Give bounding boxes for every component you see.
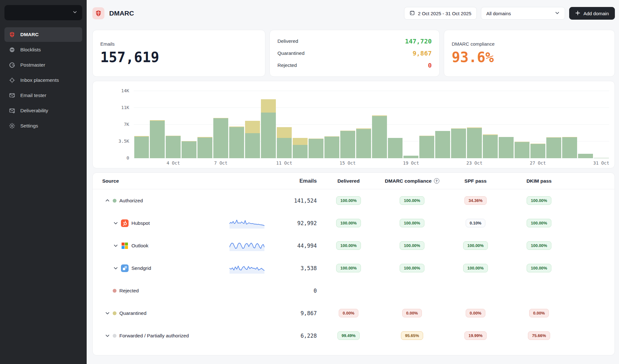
bar-segment-forwarded — [388, 134, 403, 138]
bar-13-oct[interactable] — [308, 91, 324, 158]
sidebar-item-inbox-placements[interactable]: Inbox placements — [4, 73, 82, 88]
bar-segment-delivered — [403, 156, 418, 158]
bar-16-oct[interactable] — [356, 91, 371, 158]
delivery-stat-label: Quarantined — [277, 50, 304, 56]
sidebar-item-deliverability[interactable]: Deliverability — [4, 103, 82, 118]
chevron-up-icon[interactable] — [105, 198, 110, 203]
percentage-badge: 0.00% — [339, 309, 359, 317]
table-row-forwarded-partially-authorized[interactable]: Forwarded / Partially authorized6,22899.… — [93, 324, 615, 347]
bar-30-oct[interactable] — [577, 91, 593, 158]
sidebar-item-settings[interactable]: Settings — [4, 119, 82, 133]
domain-filter-select[interactable]: All domains — [481, 7, 565, 20]
delivery-stat-label: Rejected — [277, 62, 297, 68]
page-title: DMARC — [109, 10, 134, 17]
bar-11-oct[interactable] — [276, 91, 292, 158]
source-name: Rejected — [119, 288, 139, 294]
chart-bars — [134, 91, 609, 158]
bar-9-oct[interactable] — [245, 91, 261, 158]
bar-segment-delivered — [483, 135, 498, 158]
emails-sparkline — [228, 240, 266, 251]
chevron-down-icon[interactable] — [113, 221, 118, 226]
percentage-badge: 0.00% — [402, 309, 422, 317]
chevron-down-icon[interactable] — [105, 333, 110, 338]
chart-x-axis: 4 Oct7 Oct11 Oct15 Oct19 Oct23 Oct27 Oct… — [134, 160, 609, 167]
bar-31-oct[interactable] — [593, 91, 609, 158]
sidebar-item-postmaster[interactable]: Postmaster — [4, 58, 82, 72]
table-row-authorized[interactable]: Authorized141,524100.00%100.00%34.36%100… — [93, 189, 615, 212]
percentage-badge: 19.99% — [464, 331, 487, 340]
bar-5-oct[interactable] — [181, 91, 197, 158]
date-range-button[interactable]: 2 Oct 2025 - 31 Oct 2025 — [404, 7, 477, 20]
table-row-outlook[interactable]: Outlook44,994100.00%100.00%100.00%100.00… — [93, 234, 615, 257]
sidebar-item-label: DMARC — [20, 32, 39, 37]
bar-14-oct[interactable] — [324, 91, 340, 158]
chevron-down-icon[interactable] — [105, 311, 110, 316]
column-dmarc-compliance: DMARC compliance ? — [380, 178, 444, 184]
bar-15-oct[interactable] — [340, 91, 356, 158]
chevron-down-icon — [555, 10, 560, 16]
bar-28-oct[interactable] — [546, 91, 562, 158]
bar-segment-delivered — [356, 129, 371, 158]
help-icon[interactable]: ? — [434, 178, 439, 184]
table-row-sendgrid[interactable]: Sendgrid3,538100.00%100.00%100.00%100.00… — [93, 257, 615, 279]
emails-count: 6,228 — [266, 333, 317, 339]
postmaster-icon — [9, 62, 16, 68]
bar-6-oct[interactable] — [197, 91, 213, 158]
chart-plot-area: 03.5K7K11K14K — [134, 91, 609, 158]
bar-segment-delivered — [388, 138, 403, 158]
bar-20-oct[interactable] — [419, 91, 435, 158]
bar-2-oct[interactable] — [134, 91, 150, 158]
bar-25-oct[interactable] — [498, 91, 514, 158]
table-row-hubspot[interactable]: Hubspot92,992100.00%100.00%0.10%100.00% — [93, 212, 615, 234]
y-axis-tick: 7K — [124, 122, 129, 127]
workspace-dropdown[interactable] — [4, 5, 82, 20]
delivery-stat-row: Rejected0 — [277, 62, 432, 69]
table-row-rejected[interactable]: Rejected0 — [93, 279, 615, 302]
bar-segment-quarantined — [293, 138, 308, 145]
outlook-icon — [121, 242, 129, 250]
email-volume-chart: 03.5K7K11K14K 4 Oct7 Oct11 Oct15 Oct19 O… — [92, 81, 615, 168]
x-axis-tick: 4 Oct — [167, 160, 180, 166]
table-row-quarantined[interactable]: Quarantined9,8670.00%0.00%0.00%0.00% — [93, 302, 615, 324]
percentage-badge: 0.00% — [529, 309, 549, 317]
bar-10-oct[interactable] — [261, 91, 276, 158]
x-axis-tick: 23 Oct — [466, 160, 483, 166]
emails-card: Emails 157,619 — [92, 30, 265, 77]
bar-4-oct[interactable] — [165, 91, 181, 158]
sources-table: Source Emails Delivered DMARC compliance… — [92, 172, 615, 355]
bar-24-oct[interactable] — [483, 91, 498, 158]
chevron-down-icon[interactable] — [113, 266, 118, 271]
compliance-value: 93.6% — [452, 49, 607, 65]
deliverability-icon — [9, 107, 16, 114]
emails-count: 141,524 — [266, 198, 317, 204]
bar-23-oct[interactable] — [467, 91, 483, 158]
percentage-badge: 100.00% — [400, 219, 424, 227]
sidebar-item-dmarc[interactable]: DMARC — [4, 27, 82, 42]
sidebar-item-email-tester[interactable]: Email tester — [4, 88, 82, 103]
bar-26-oct[interactable] — [514, 91, 530, 158]
add-domain-button[interactable]: Add domain — [569, 7, 615, 20]
bar-7-oct[interactable] — [213, 91, 229, 158]
source-name-cell: Outlook — [93, 242, 228, 250]
bar-12-oct[interactable] — [292, 91, 308, 158]
sidebar-item-blocklists[interactable]: Blocklists — [4, 42, 82, 57]
bar-17-oct[interactable] — [371, 91, 387, 158]
source-name-cell: Hubspot — [93, 219, 228, 227]
bar-18-oct[interactable] — [387, 91, 403, 158]
bar-8-oct[interactable] — [229, 91, 245, 158]
bar-segment-delivered — [467, 128, 482, 158]
percentage-badge: 99.49% — [337, 331, 360, 340]
delivery-stat-label: Delivered — [277, 38, 298, 44]
bar-segment-delivered — [309, 139, 323, 158]
chevron-down-icon[interactable] — [113, 243, 118, 248]
percentage-badge: 0.00% — [466, 309, 486, 317]
bar-3-oct[interactable] — [150, 91, 165, 158]
bar-22-oct[interactable] — [451, 91, 467, 158]
bar-27-oct[interactable] — [530, 91, 546, 158]
bar-segment-delivered — [261, 113, 276, 158]
bar-21-oct[interactable] — [435, 91, 451, 158]
column-source: Source — [93, 178, 228, 184]
bar-29-oct[interactable] — [562, 91, 577, 158]
bar-19-oct[interactable] — [403, 91, 419, 158]
bar-segment-delivered — [578, 154, 593, 158]
